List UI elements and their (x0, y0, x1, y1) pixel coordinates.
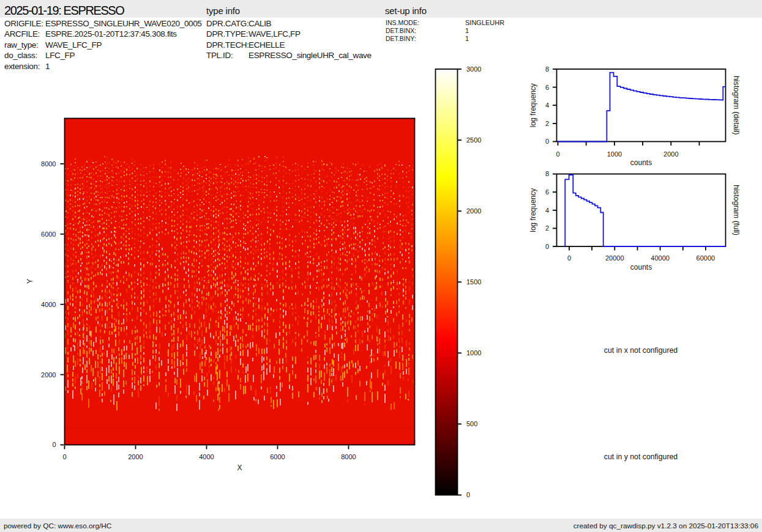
svg-text:X: X (237, 464, 242, 472)
svg-text:0: 0 (52, 441, 56, 448)
svg-text:2000: 2000 (466, 207, 481, 215)
svg-text:6000: 6000 (270, 453, 285, 460)
svg-text:0: 0 (567, 254, 571, 262)
svg-text:1500: 1500 (466, 278, 481, 286)
svg-text:2: 2 (545, 120, 549, 127)
svg-text:0: 0 (545, 243, 549, 250)
svg-text:60000: 60000 (697, 254, 715, 262)
svg-text:2000: 2000 (663, 150, 678, 158)
svg-text:500: 500 (466, 420, 477, 427)
svg-text:counts: counts (630, 158, 652, 167)
svg-text:log frequency: log frequency (529, 83, 537, 127)
svg-text:0: 0 (62, 453, 66, 460)
svg-text:cut in x not configured: cut in x not configured (604, 346, 678, 355)
svg-text:0: 0 (545, 138, 549, 145)
svg-text:2500: 2500 (466, 136, 481, 144)
svg-text:0: 0 (556, 150, 559, 158)
svg-text:1000: 1000 (466, 349, 481, 357)
svg-text:cut in y not configured: cut in y not configured (604, 453, 678, 461)
svg-text:40000: 40000 (651, 254, 670, 262)
svg-text:4: 4 (545, 102, 549, 109)
svg-text:log frequency: log frequency (529, 188, 537, 232)
svg-text:8: 8 (545, 170, 549, 177)
svg-text:4000: 4000 (199, 453, 214, 460)
svg-text:1000: 1000 (607, 150, 622, 158)
svg-text:0: 0 (466, 491, 470, 498)
svg-text:histogram (full): histogram (full) (732, 185, 741, 235)
svg-text:6: 6 (545, 84, 549, 91)
svg-text:8000: 8000 (41, 160, 56, 168)
svg-text:2000: 2000 (41, 371, 56, 379)
svg-text:4: 4 (545, 207, 549, 214)
svg-text:8: 8 (545, 65, 549, 73)
svg-text:4000: 4000 (41, 301, 56, 308)
svg-text:2: 2 (545, 224, 549, 232)
svg-text:Y: Y (26, 279, 34, 284)
svg-text:counts: counts (630, 263, 652, 272)
svg-text:histogram (detail): histogram (detail) (732, 76, 741, 135)
svg-text:2000: 2000 (128, 453, 143, 460)
svg-text:20000: 20000 (605, 254, 624, 262)
svg-text:3000: 3000 (466, 65, 481, 73)
svg-text:6: 6 (545, 188, 549, 196)
svg-text:8000: 8000 (341, 453, 356, 460)
svg-text:6000: 6000 (41, 231, 56, 238)
